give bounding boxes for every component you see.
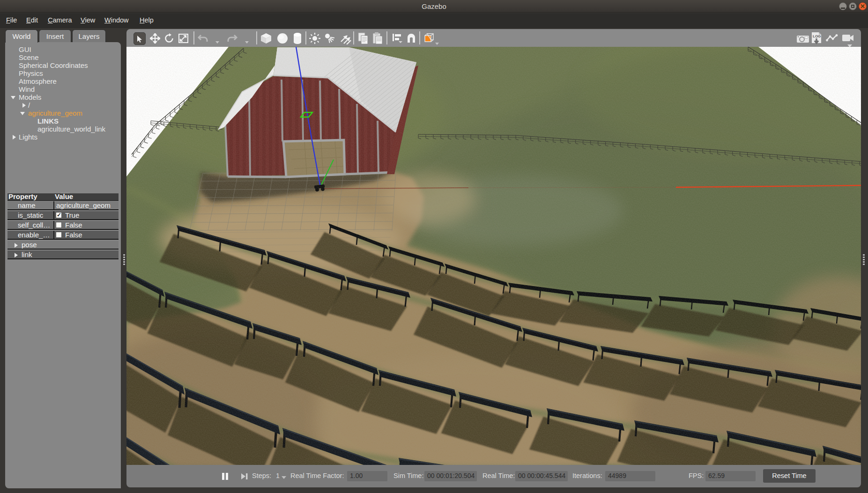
svg-text:LOG: LOG <box>813 34 821 38</box>
